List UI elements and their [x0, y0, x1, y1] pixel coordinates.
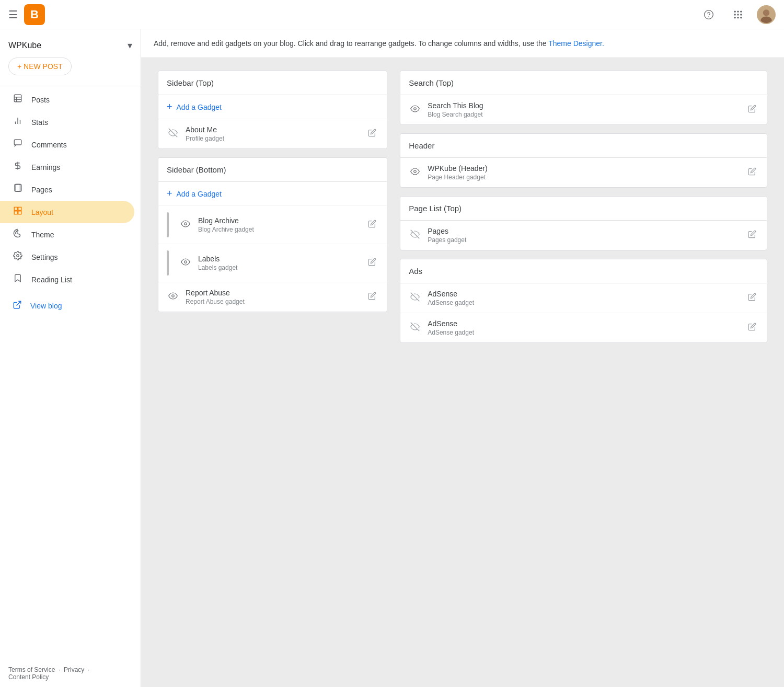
sidebar-item-stats[interactable]: Stats	[0, 111, 134, 133]
content-policy-link[interactable]: Content Policy	[8, 673, 49, 681]
apps-button[interactable]	[728, 4, 748, 25]
gadget-report-abuse-text: Report Abuse Report Abuse gadget	[186, 289, 360, 305]
sidebar-item-comments-label: Comments	[31, 141, 67, 149]
gadget-labels: Labels Labels gadget	[158, 244, 387, 282]
visibility-on-icon-labels	[179, 257, 192, 269]
drag-handle-labels[interactable]	[167, 250, 169, 276]
add-gadget-sidebar-top[interactable]: + Add a Gadget	[158, 95, 387, 119]
visibility-off-icon-pages	[409, 230, 421, 242]
view-blog-link[interactable]: View blog	[0, 295, 141, 316]
gadget-adsense1-text: AdSense AdSense gadget	[428, 290, 740, 306]
view-blog-label: View blog	[30, 302, 62, 310]
svg-point-37	[185, 261, 187, 264]
divider	[0, 86, 141, 86]
gadget-wpkube-header: WPKube (Header) Page Header gadget	[400, 158, 767, 187]
svg-point-31	[16, 231, 17, 232]
search-top-section: Search (Top) Search This Blog Blog Sea	[400, 71, 767, 125]
sidebar-item-reading-list[interactable]: Reading List	[0, 268, 134, 291]
visibility-on-icon-header	[409, 167, 421, 179]
gadget-adsense2-text: AdSense AdSense gadget	[428, 319, 740, 336]
sidebar-item-layout[interactable]: Layout	[0, 201, 134, 223]
svg-rect-28	[14, 211, 17, 214]
gadget-adsense1-type: AdSense gadget	[428, 299, 740, 306]
gadget-search-text: Search This Blog Blog Search gadget	[428, 101, 740, 118]
svg-point-9	[737, 17, 739, 18]
sidebar-item-pages[interactable]: Pages	[0, 178, 134, 201]
gadget-report-abuse-name: Report Abuse	[186, 289, 360, 297]
sidebar-item-stats-label: Stats	[31, 118, 48, 127]
gadget-pages-type: Pages gadget	[428, 236, 740, 244]
svg-point-4	[740, 10, 742, 12]
sidebar-item-pages-label: Pages	[31, 186, 52, 194]
gadget-blog-archive-type: Blog Archive gadget	[198, 226, 360, 233]
gadget-header-type: Page Header gadget	[428, 174, 740, 181]
visibility-on-icon-archive	[179, 219, 192, 231]
sidebar-item-posts[interactable]: Posts	[0, 88, 134, 111]
comments-icon	[13, 139, 23, 151]
svg-point-33	[17, 255, 19, 257]
sidebar-footer: Terms of Service · Privacy · Content Pol…	[0, 660, 141, 687]
gadget-search-this-blog: Search This Blog Blog Search gadget	[400, 95, 767, 124]
drag-handle-blog-archive[interactable]	[167, 212, 169, 237]
new-post-button[interactable]: + NEW POST	[8, 58, 72, 75]
right-column: Search (Top) Search This Blog Blog Sea	[400, 71, 767, 343]
gadget-labels-type: Labels gadget	[198, 264, 360, 271]
svg-point-5	[734, 14, 736, 15]
help-button[interactable]	[698, 4, 719, 25]
layout-area: Sidebar (Top) + Add a Gadget	[141, 58, 784, 687]
visibility-off-icon-adsense2	[409, 322, 421, 334]
pages-icon	[13, 184, 23, 196]
svg-point-3	[737, 10, 739, 12]
gadget-header-edit[interactable]	[746, 165, 758, 180]
stats-icon	[13, 116, 23, 128]
sidebar-top-header: Sidebar (Top)	[158, 71, 387, 95]
gadget-labels-edit[interactable]	[366, 256, 378, 270]
avatar[interactable]	[757, 5, 776, 24]
gadget-labels-text: Labels Labels gadget	[198, 255, 360, 271]
gadget-adsense1-edit[interactable]	[746, 291, 758, 305]
svg-line-34	[17, 301, 21, 305]
sidebar-item-posts-label: Posts	[31, 96, 50, 104]
svg-point-13	[760, 16, 771, 24]
gadget-pages-text: Pages Pages gadget	[428, 227, 740, 244]
theme-designer-link[interactable]: Theme Designer.	[548, 39, 604, 48]
apps-icon	[733, 9, 743, 20]
gadget-header-text: WPKube (Header) Page Header gadget	[428, 164, 740, 181]
posts-icon	[13, 94, 23, 106]
app-body: WPKube ▾ + NEW POST Posts Stats	[0, 29, 784, 687]
visibility-on-icon-abuse	[167, 291, 179, 303]
gadget-pages-name: Pages	[428, 227, 740, 235]
blogger-logo[interactable]: B	[24, 4, 45, 25]
gadget-search-edit[interactable]	[746, 102, 758, 117]
svg-rect-14	[14, 95, 21, 102]
gadget-adsense2-edit[interactable]	[746, 320, 758, 335]
add-icon: +	[167, 101, 172, 112]
topbar: ☰ B	[0, 0, 784, 29]
svg-point-0	[705, 10, 713, 19]
privacy-link[interactable]: Privacy	[64, 666, 84, 673]
help-icon	[704, 9, 714, 20]
svg-rect-26	[14, 207, 17, 210]
blog-selector[interactable]: WPKube ▾	[0, 36, 141, 58]
add-gadget-sidebar-bottom[interactable]: + Add a Gadget	[158, 182, 387, 206]
gadget-search-name: Search This Blog	[428, 101, 740, 110]
earnings-icon	[13, 161, 23, 173]
menu-icon[interactable]: ☰	[8, 8, 18, 21]
sidebar-item-settings[interactable]: Settings	[0, 246, 134, 268]
gadget-pages-edit[interactable]	[746, 228, 758, 243]
gadget-blog-archive-edit[interactable]	[366, 217, 378, 232]
sidebar-item-earnings-label: Earnings	[31, 163, 60, 171]
gadget-labels-name: Labels	[198, 255, 360, 263]
sidebar-item-comments[interactable]: Comments	[0, 133, 134, 156]
visibility-off-icon-adsense1	[409, 292, 421, 304]
terms-link[interactable]: Terms of Service	[8, 666, 55, 673]
settings-icon	[13, 251, 23, 263]
sidebar-top-section: Sidebar (Top) + Add a Gadget	[158, 71, 387, 149]
sidebar-item-theme[interactable]: Theme	[0, 223, 134, 246]
svg-point-36	[185, 223, 187, 225]
sidebar-item-earnings[interactable]: Earnings	[0, 156, 134, 178]
gadget-report-abuse-edit[interactable]	[366, 290, 378, 304]
sidebar-item-settings-label: Settings	[31, 253, 58, 261]
gadget-about-me-edit[interactable]	[366, 127, 378, 141]
svg-rect-29	[18, 211, 21, 214]
